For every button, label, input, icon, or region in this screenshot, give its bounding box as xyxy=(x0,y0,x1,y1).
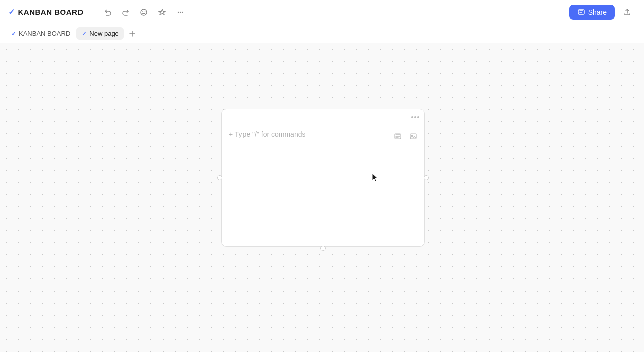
tab-kanban-board[interactable]: ✓ KANBAN BOARD xyxy=(6,27,75,40)
card-wrapper: + Type "/" for commands xyxy=(221,109,425,247)
header-right: Share xyxy=(569,4,636,21)
svg-point-4 xyxy=(179,11,180,12)
content-card: + Type "/" for commands xyxy=(221,109,425,247)
svg-point-3 xyxy=(177,11,178,12)
add-tab-button[interactable] xyxy=(126,27,139,40)
tab-new-page[interactable]: ✓ New page xyxy=(76,27,124,40)
star-icon xyxy=(158,8,166,16)
redo-icon xyxy=(122,8,130,16)
card-actions xyxy=(392,130,419,143)
tab-new-page-label: New page xyxy=(89,30,119,37)
app-header: ✓ KANBAN BOARD xyxy=(0,0,644,24)
share-button[interactable]: Share xyxy=(569,5,615,20)
resize-handle-left[interactable] xyxy=(217,175,222,180)
tab-check-icon: ✓ xyxy=(11,30,16,37)
placeholder-text: + Type "/" for commands xyxy=(229,130,305,138)
header-left: ✓ KANBAN BOARD xyxy=(8,5,188,20)
add-tab-icon xyxy=(129,30,136,37)
title-check-icon: ✓ xyxy=(8,7,15,17)
svg-point-1 xyxy=(142,11,143,12)
undo-icon xyxy=(104,8,112,16)
tab-new-page-check-icon: ✓ xyxy=(82,30,87,37)
card-list-button[interactable] xyxy=(392,130,404,143)
svg-point-5 xyxy=(181,11,182,12)
emoji-icon xyxy=(140,8,148,16)
more-button[interactable] xyxy=(173,5,188,20)
star-button[interactable] xyxy=(154,5,170,20)
svg-point-2 xyxy=(144,11,145,12)
share-label: Share xyxy=(588,8,607,16)
card-menu-icon[interactable] xyxy=(411,116,419,118)
header-divider xyxy=(92,7,92,17)
image-icon xyxy=(409,132,417,140)
header-actions xyxy=(100,5,188,20)
resize-handle-bottom[interactable] xyxy=(320,246,326,251)
undo-button[interactable] xyxy=(100,5,115,20)
app-title: ✓ KANBAN BOARD xyxy=(8,7,84,17)
export-button[interactable] xyxy=(619,4,636,21)
emoji-button[interactable] xyxy=(136,5,151,20)
card-image-button[interactable] xyxy=(407,130,419,143)
title-text: KANBAN BOARD xyxy=(18,8,84,16)
tab-bar: ✓ KANBAN BOARD ✓ New page xyxy=(0,24,644,43)
card-placeholder: + Type "/" for commands xyxy=(229,130,417,138)
resize-handle-right[interactable] xyxy=(424,175,429,180)
card-body[interactable]: + Type "/" for commands xyxy=(222,125,424,246)
redo-button[interactable] xyxy=(118,5,133,20)
list-icon xyxy=(394,132,402,140)
card-header xyxy=(222,109,424,125)
svg-point-9 xyxy=(411,135,412,136)
more-icon xyxy=(176,8,184,16)
svg-point-0 xyxy=(141,9,147,15)
share-icon xyxy=(577,8,585,16)
tab-kanban-board-label: KANBAN BOARD xyxy=(19,30,70,37)
export-icon xyxy=(623,8,631,16)
canvas-area[interactable]: + Type "/" for commands xyxy=(0,43,644,352)
